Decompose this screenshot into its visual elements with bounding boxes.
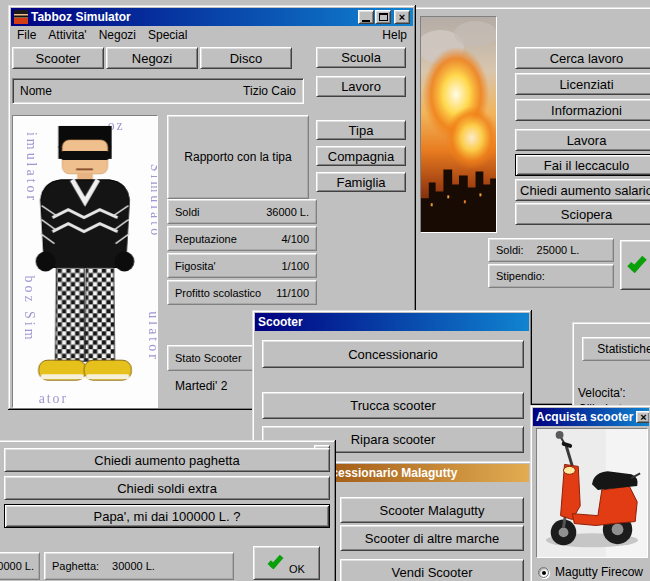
button-label: Chiedi aumento paghetta xyxy=(94,453,239,468)
check-icon xyxy=(268,553,284,570)
ok-button[interactable]: OK xyxy=(253,546,320,580)
menu-file[interactable]: File xyxy=(11,27,42,43)
lavora-button[interactable]: Lavora xyxy=(515,129,650,151)
money-fragment-panel: 0000 L. xyxy=(0,552,40,580)
tabboz-character-image: imulator Simulato boz Sim ulator ator oz xyxy=(13,116,157,407)
close-button[interactable]: × xyxy=(636,411,649,423)
soldi-value: 25000 L. xyxy=(537,244,580,256)
minimize-icon xyxy=(362,20,370,22)
compagnia-button[interactable]: Compagnia xyxy=(316,146,406,166)
malagutty-titlebar[interactable]: Concessionario Malagutty xyxy=(305,464,529,482)
close-icon: × xyxy=(399,12,405,23)
famiglia-button[interactable]: Famiglia xyxy=(316,172,406,192)
scooter-malagutty-button[interactable]: Scooter Malagutty xyxy=(340,497,524,523)
radio-dot-icon xyxy=(542,571,546,575)
stat-row-soldi: Soldi 36000 L. xyxy=(167,199,317,224)
close-button[interactable]: × xyxy=(394,10,410,24)
button-label: Disco xyxy=(230,51,263,66)
model-label: Magutty Firecow xyxy=(555,565,643,579)
rapporto-panel: Rapporto con la tipa xyxy=(167,115,309,199)
acquista-window-title: Acquista scooter xyxy=(536,410,633,424)
stat-value: 36000 L. xyxy=(266,206,309,218)
window-acquista: Acquista scooter × xyxy=(530,405,650,581)
licenziati-button[interactable]: Licenziati xyxy=(515,73,650,95)
negozi-nav-button[interactable]: Negozi xyxy=(106,47,198,69)
button-label: Cerca lavoro xyxy=(550,51,624,66)
button-label: Chiedi soldi extra xyxy=(117,481,217,496)
button-label: Trucca scooter xyxy=(350,398,436,413)
main-titlebar[interactable]: Tabboz Simulator × xyxy=(11,8,413,26)
statistiche-header: Statistiche xyxy=(582,337,650,361)
stipendio-label: Stipendio: xyxy=(496,270,545,282)
concessionario-button[interactable]: Concessionario xyxy=(262,340,524,368)
button-label: Fai il leccaculo xyxy=(544,158,629,173)
menu-attivita[interactable]: Attivita' xyxy=(42,27,92,43)
disco-nav-button[interactable]: Disco xyxy=(200,47,292,69)
button-label: Licenziati xyxy=(559,77,613,92)
scooter-altre-marche-button[interactable]: Scooter di altre marche xyxy=(340,525,524,551)
stat-label: Figosita' xyxy=(175,260,216,272)
svg-text:imulator: imulator xyxy=(24,132,39,203)
scooter-image xyxy=(537,429,647,557)
scooter-window-title: Scooter xyxy=(258,315,303,329)
stipendio-row: Stipendio: xyxy=(488,264,614,288)
scuola-button[interactable]: Scuola xyxy=(316,47,406,68)
button-label: Compagnia xyxy=(328,149,395,164)
ok-label: OK xyxy=(289,563,305,575)
paghetta-row: Paghetta: 30000 L. xyxy=(44,552,234,580)
cerca-lavoro-button[interactable]: Cerca lavoro xyxy=(515,47,650,69)
date-text: Martedi' 2 xyxy=(175,379,227,393)
minimize-button[interactable] xyxy=(358,10,374,24)
vendi-scooter-button[interactable]: Vendi Scooter xyxy=(340,559,524,581)
desktop: Cerca lavoro Licenziati Informazioni Lav… xyxy=(0,0,650,581)
menu-special[interactable]: Special xyxy=(142,27,193,43)
check-icon xyxy=(627,253,646,273)
window-malagutty: Concessionario Malagutty Scooter Malagut… xyxy=(302,461,532,581)
button-label: Papa', mi dai 100000 L. ? xyxy=(93,509,240,524)
scooter-nav-button[interactable]: Scooter xyxy=(12,47,104,69)
paghetta-label: Paghetta: xyxy=(52,560,99,572)
soldi-label: Soldi: xyxy=(496,244,524,256)
svg-text:ator: ator xyxy=(39,391,68,406)
stat-value: 11/100 xyxy=(276,287,309,299)
chiedi-aumento-salario-button[interactable]: Chiedi aumento salario xyxy=(515,179,650,201)
chiedi-soldi-extra-button[interactable]: Chiedi soldi extra xyxy=(4,476,330,500)
name-label: Nome xyxy=(20,84,52,98)
fire-image xyxy=(421,17,496,232)
button-label: Negozi xyxy=(132,51,172,66)
menu-help[interactable]: Help xyxy=(376,27,413,43)
menu-negozi[interactable]: Negozi xyxy=(93,27,142,43)
stat-value: 4/100 xyxy=(281,233,309,245)
model-option-row: Magutty Firecow xyxy=(538,565,643,579)
stat-row-figosita: Figosita' 1/100 xyxy=(167,253,317,278)
informazioni-button[interactable]: Informazioni xyxy=(515,99,650,121)
sciopera-button[interactable]: Sciopera xyxy=(515,203,650,225)
acquista-titlebar[interactable]: Acquista scooter × xyxy=(533,408,649,426)
stat-value: 1/100 xyxy=(281,260,309,272)
stat-label: Reputazione xyxy=(175,233,237,245)
svg-text:ulator: ulator xyxy=(146,311,157,361)
maximize-icon xyxy=(379,13,388,21)
maximize-button[interactable] xyxy=(375,10,391,24)
button-label: Chiedi aumento salario xyxy=(520,183,650,198)
button-label: Ripara scooter xyxy=(351,432,436,447)
button-label: Vendi Scooter xyxy=(392,565,473,580)
fire-photo xyxy=(420,16,497,233)
trucca-scooter-button[interactable]: Trucca scooter xyxy=(262,392,524,419)
rapporto-label: Rapporto con la tipa xyxy=(184,150,291,164)
scooter-titlebar[interactable]: Scooter xyxy=(255,313,529,331)
lavoro-button[interactable]: Lavoro xyxy=(316,76,406,97)
button-label: Sciopera xyxy=(561,207,612,222)
soldi-row: Soldi: 25000 L. xyxy=(488,238,614,262)
lavoro-confirm-button[interactable] xyxy=(620,240,650,290)
chiedi-aumento-paghetta-button[interactable]: Chiedi aumento paghetta xyxy=(4,448,330,472)
menubar: File Attivita' Negozi Special Help xyxy=(11,26,413,44)
papa-100000-button[interactable]: Papa', mi dai 100000 L. ? xyxy=(4,504,330,528)
close-icon: × xyxy=(640,412,646,423)
main-window-title: Tabboz Simulator xyxy=(31,10,131,24)
svg-text:Simulato: Simulato xyxy=(148,164,157,238)
radio-button[interactable] xyxy=(538,567,549,578)
tipa-button[interactable]: Tipa xyxy=(316,120,406,140)
money-fragment: 0000 L. xyxy=(0,560,34,572)
fai-il-leccaculo-button[interactable]: Fai il leccaculo xyxy=(515,154,650,176)
